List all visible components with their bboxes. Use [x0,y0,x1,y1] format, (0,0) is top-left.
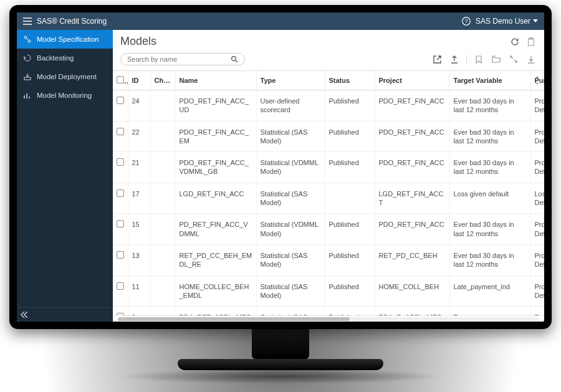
expand-icon[interactable] [508,54,519,65]
cell-project: PDA_R_APPL_MTG [375,307,449,315]
svg-rect-5 [529,39,534,45]
sidebar-item-model-monitoring[interactable]: Model Monitoring [17,86,113,105]
cell-project: PDO_RET_FIN_ACC [375,214,449,245]
cell-name: LGD_RET_FIN_ACC [175,183,256,214]
select-all-checkbox[interactable] [113,71,128,90]
sidebar-item-backtesting[interactable]: Backtesting [17,49,113,67]
bookmark-icon[interactable] [473,54,484,65]
cell-status: Published [325,244,375,275]
col-target[interactable]: Target Variable [449,71,530,90]
row-checkbox[interactable] [113,183,128,214]
cell-type: User-defined scorecard [256,90,325,122]
monitoring-icon [23,91,32,100]
row-checkbox[interactable] [113,152,128,183]
search-input[interactable] [120,53,245,65]
cell-type: Statistical (SAS Model) [256,307,325,315]
cell-name: PD_RET_FIN_ACC_VDMML [175,214,256,245]
cell-cha [150,121,175,152]
cell-purpose: Probability of Default [530,244,544,275]
open-new-icon[interactable] [431,54,443,65]
table-row[interactable]: 21PDO_RET_FIN_ACC_VDMML_GBStatistical (V… [113,152,544,183]
cell-project: PDO_RET_FIN_ACC [375,152,449,183]
row-checkbox[interactable] [113,244,128,275]
cell-type: Statistical (VDMML Model) [256,214,325,245]
search-icon [231,55,238,63]
svg-rect-4 [24,77,31,80]
cell-cha [150,183,175,214]
caret-down-icon [533,19,538,23]
cell-cha [150,244,175,275]
main-panel: Models [113,30,544,322]
cell-type: Statistical (VDMML Model) [256,152,325,183]
download-icon[interactable] [525,54,537,65]
cell-target: Target_var [449,307,530,315]
row-checkbox[interactable] [113,121,128,152]
svg-text:?: ? [464,18,467,24]
svg-point-3 [28,40,31,42]
cell-type: Statistical (SAS Model) [256,183,325,214]
svg-point-9 [537,80,539,82]
row-checkbox[interactable] [113,307,128,315]
table-row[interactable]: 17LGD_RET_FIN_ACCStatistical (SAS Model)… [113,183,544,214]
cell-purpose: Probability of Default [530,90,544,122]
svg-point-2 [24,36,27,39]
cell-id: 13 [128,244,150,275]
sidebar-item-model-deployment[interactable]: Model Deployment [17,67,113,86]
col-status[interactable]: Status [325,71,375,90]
cell-target: Ever bad 30 days in last 12 months [449,214,530,245]
col-cha[interactable]: Cha... [150,71,175,90]
table-row[interactable]: 22PDO_RET_FIN_ACC_EMStatistical (SAS Mod… [113,121,544,152]
cell-id: 11 [128,275,150,307]
app-title: SAS® Credit Scoring [37,17,107,26]
cell-status: Published [325,121,375,152]
table-container[interactable]: ID Cha... Name Type Status Project Targe… [113,70,544,315]
cell-name: HOME_COLLEC_BEH_EMDL [175,275,256,307]
column-options-icon[interactable] [532,75,543,86]
cell-id: 21 [128,152,150,183]
cell-project: PDO_RET_FIN_ACC [375,90,449,122]
search-field[interactable] [127,55,231,63]
cell-name: PDA_RET_APPL_MTG [175,307,256,315]
row-checkbox[interactable] [113,90,128,122]
cell-type: Statistical (SAS Model) [256,121,325,152]
cell-type: Statistical (SAS Model) [256,275,325,307]
table-row[interactable]: 11HOME_COLLEC_BEH_EMDLStatistical (SAS M… [113,275,544,307]
row-checkbox[interactable] [113,275,128,307]
cell-purpose: Probability of Default [530,121,544,152]
sidebar-collapse-toggle[interactable] [17,307,113,322]
clipboard-icon[interactable] [525,36,537,47]
chevron-left-double-icon [21,312,28,318]
table-row[interactable]: 15PD_RET_FIN_ACC_VDMMLStatistical (VDMML… [113,214,544,245]
cell-target: Ever bad 30 days in last 12 months [449,152,530,183]
col-project[interactable]: Project [375,71,449,90]
help-icon[interactable]: ? [462,17,471,26]
cell-name: RET_PD_CC_BEH_EMDL_RE [175,244,256,275]
table-row[interactable]: 24PDO_RET_FIN_ACC_UDUser-defined scoreca… [113,90,544,122]
table-row[interactable]: 9PDA_RET_APPL_MTGStatistical (SAS Model)… [113,307,544,315]
model-spec-icon [23,35,32,44]
col-id[interactable]: ID [128,71,150,90]
col-type[interactable]: Type [256,71,325,90]
table-row[interactable]: 13RET_PD_CC_BEH_EMDL_REStatistical (SAS … [113,244,544,275]
row-checkbox[interactable] [113,214,128,245]
hamburger-icon[interactable] [23,17,32,25]
user-menu[interactable]: SAS Demo User [476,17,538,26]
cell-purpose: Probability of Default [530,307,544,315]
upload-icon[interactable] [449,54,460,65]
cell-id: 17 [128,183,150,214]
folder-icon[interactable] [491,54,502,65]
col-name[interactable]: Name [175,71,256,90]
cell-project: PDO_RET_FIN_ACC [375,121,449,152]
refresh-icon[interactable] [509,36,520,47]
cell-target: Ever bad 30 days in last 12 months [449,244,530,275]
cell-target: Ever bad 30 days in last 12 months [449,90,530,122]
sidebar-item-model-specification[interactable]: Model Specification [17,30,113,49]
cell-status: Published [325,214,375,245]
cell-purpose: Loss Given Default [530,183,544,214]
sidebar-item-label: Model Deployment [37,73,97,80]
sidebar: Model Specification Backtesting Model De… [17,30,113,322]
cell-purpose: Probability of Default [530,275,544,307]
horizontal-scrollbar[interactable] [113,315,544,322]
cell-purpose: Probability of Default [530,152,544,183]
cell-id: 22 [128,121,150,152]
